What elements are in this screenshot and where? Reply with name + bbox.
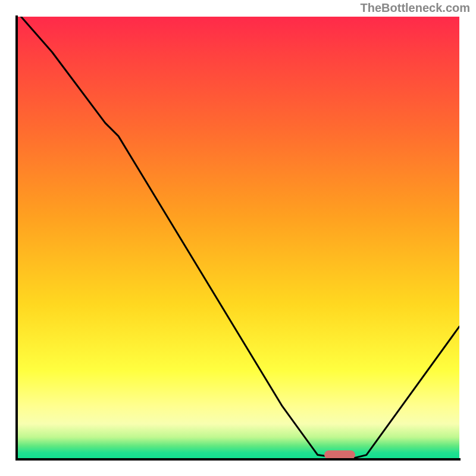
- bottleneck-curve: [21, 17, 459, 459]
- x-axis: [15, 458, 461, 461]
- watermark-text: TheBottleneck.com: [361, 1, 470, 15]
- y-axis: [15, 15, 18, 461]
- plot-area: [17, 17, 459, 459]
- curve-svg: [17, 17, 459, 459]
